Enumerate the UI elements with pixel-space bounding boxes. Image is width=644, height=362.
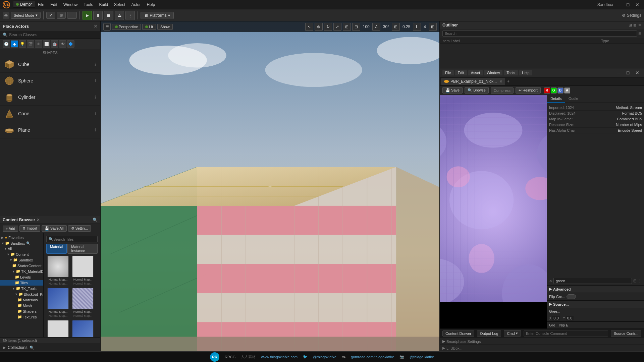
- tv-color-g[interactable]: G: [551, 87, 557, 94]
- broadphase-settings-bar[interactable]: ▶ Broadphase Settings: [440, 338, 644, 345]
- search-classes-input[interactable]: [9, 33, 98, 37]
- plane-info-icon[interactable]: ℹ: [95, 128, 96, 132]
- tv-filter-options-icon[interactable]: ⋮: [638, 279, 642, 283]
- outliner-icon2[interactable]: ⊠: [633, 23, 637, 27]
- tv-file-menu[interactable]: File: [442, 70, 454, 75]
- shape-item-plane[interactable]: Plane ℹ: [0, 122, 100, 138]
- tv-color-a[interactable]: A: [564, 87, 570, 94]
- tv-window-menu[interactable]: Window: [484, 70, 502, 75]
- collections-arrow[interactable]: ▶: [3, 345, 6, 350]
- menu-help[interactable]: Help: [144, 2, 158, 8]
- list-item[interactable]: Normal Map... Normal Map...: [46, 287, 70, 318]
- tree-tkmat[interactable]: ▼ 📁 TK_MaterialDen: [0, 268, 43, 274]
- tv-maximize-btn[interactable]: □: [624, 69, 632, 76]
- tv-advanced-section[interactable]: ▶ Advanced: [547, 286, 644, 293]
- cylinder-info-icon[interactable]: ℹ: [95, 95, 96, 100]
- tv-close-btn[interactable]: ✕: [633, 69, 641, 76]
- search-tiles-input[interactable]: [53, 237, 100, 241]
- transform-btn[interactable]: ⤢: [46, 12, 55, 19]
- vp-tool-move[interactable]: ⊕: [315, 23, 323, 31]
- sandbox-search-icon[interactable]: 🔍: [26, 241, 30, 245]
- place-actors-close[interactable]: ✕: [94, 23, 98, 29]
- shape-item-sphere[interactable]: Sphere ℹ: [0, 73, 100, 89]
- tree-materials[interactable]: 📁 Materials: [0, 297, 43, 303]
- shapes-btn active[interactable]: ◆: [11, 40, 18, 48]
- watermark-gumroad[interactable]: gumroad.com/thiagoklafke: [351, 355, 394, 359]
- viewport-menu-btn[interactable]: ☰: [103, 23, 111, 31]
- stop-btn[interactable]: ⏹: [104, 11, 113, 20]
- tv-compress-btn[interactable]: Compress: [491, 87, 514, 94]
- eject-btn[interactable]: ⏏: [115, 11, 124, 20]
- shape-item-cone[interactable]: Cone ℹ: [0, 106, 100, 122]
- collections-label[interactable]: Collections: [8, 345, 28, 350]
- tree-all[interactable]: ▼ All: [0, 246, 43, 251]
- tree-tiles[interactable]: 📁 Tiles: [0, 280, 43, 286]
- perspective-btn[interactable]: Perspective: [112, 24, 141, 30]
- cb-tab-material-instance[interactable]: Material Instance: [67, 244, 98, 254]
- tv-details-tab[interactable]: Details: [547, 95, 565, 103]
- minimize-btn[interactable]: ─: [614, 1, 623, 8]
- menu-window[interactable]: Window: [61, 2, 80, 8]
- sphere-info-icon[interactable]: ℹ: [95, 78, 96, 83]
- visual-btn[interactable]: 👁: [59, 40, 66, 48]
- tv-source-section[interactable]: ▶ Source...: [547, 301, 644, 308]
- tree-textures[interactable]: 📁 Textures: [0, 314, 43, 320]
- tree-content[interactable]: ▼ 📁 Content: [0, 251, 43, 257]
- tree-shaders[interactable]: 📁 Shaders: [0, 308, 43, 314]
- pause-btn[interactable]: ⏸: [93, 11, 103, 20]
- tree-starter[interactable]: 📁 StarterContent: [0, 263, 43, 268]
- maximize-btn[interactable]: □: [624, 1, 632, 8]
- watermark-twitter[interactable]: @thiagoklafke: [313, 355, 336, 359]
- shape-item-cylinder[interactable]: Cylinder ℹ: [0, 89, 100, 106]
- settings-btn[interactable]: ⚙ Settings: [622, 13, 641, 18]
- tv-help-menu[interactable]: Help: [519, 70, 532, 75]
- tv-tab-add[interactable]: +: [507, 79, 509, 84]
- tv-save-btn[interactable]: 💾 Save: [442, 87, 463, 94]
- cube-info-icon[interactable]: ℹ: [95, 62, 96, 67]
- cmd-dropdown[interactable]: Cmd ▾: [504, 330, 521, 337]
- tv-tab-close[interactable]: ✕: [499, 79, 502, 84]
- menu-select[interactable]: Select: [111, 2, 128, 8]
- tv-flip-toggle[interactable]: [567, 294, 576, 299]
- vp-tool-grid[interactable]: ⊟: [352, 23, 360, 31]
- play-btn[interactable]: ▶: [83, 11, 92, 20]
- source-control-btn[interactable]: Source Contr...: [611, 330, 641, 337]
- tv-minimize-btn[interactable]: ─: [614, 69, 623, 76]
- cb-close-icon[interactable]: ✕: [37, 218, 40, 222]
- outliner-search-input[interactable]: [442, 31, 637, 37]
- lights-btn[interactable]: 💡: [19, 40, 26, 48]
- tree-blockout[interactable]: ▼ 📁 Blockout_Kit: [0, 291, 43, 297]
- vp-tool-scale[interactable]: ⤢: [333, 23, 341, 31]
- tv-oodle-tab[interactable]: Oodle: [565, 95, 582, 103]
- tree-favorites[interactable]: ▶ ★ Favorites: [0, 235, 43, 240]
- list-item[interactable]: Normal Map... Normal Map...: [71, 319, 95, 337]
- menu-tools[interactable]: Tools: [81, 2, 96, 8]
- outliner-close[interactable]: ✕: [638, 23, 641, 27]
- tv-filter-x[interactable]: ✕: [549, 279, 552, 283]
- collections-search-icon[interactable]: 🔍: [30, 346, 34, 350]
- vp-tool-scale-btn[interactable]: ⊞: [392, 23, 400, 31]
- options-btn[interactable]: ⋮: [125, 11, 135, 20]
- outliner-icon1[interactable]: ⊞: [629, 23, 632, 27]
- cb-import-btn[interactable]: ⬆ Import: [19, 225, 40, 232]
- list-item[interactable]: Normal Map... Normal Map...: [46, 319, 70, 337]
- vp-tool-transform[interactable]: ⊞: [343, 23, 351, 31]
- tv-browse-btn[interactable]: 🔍 Browse: [465, 87, 489, 94]
- tv-filter-input[interactable]: [553, 278, 632, 284]
- geometry-btn[interactable]: 🔷: [67, 40, 74, 48]
- tree-sandbox-sub[interactable]: ▼ 📁 Sandbox: [0, 257, 43, 263]
- watermark-instagram[interactable]: @thiago.klafke: [410, 355, 434, 359]
- menu-edit[interactable]: Edit: [48, 2, 60, 8]
- vp-tool-select[interactable]: ↖: [305, 23, 313, 31]
- demo-tab[interactable]: Demo*: [13, 1, 35, 8]
- volumes-btn[interactable]: ⬜: [43, 40, 50, 48]
- watermark-website[interactable]: www.thiagoklafke.com: [261, 355, 298, 359]
- vp-tool-grid2[interactable]: ⊞: [429, 23, 437, 31]
- ai-btn[interactable]: 🤖: [51, 40, 58, 48]
- cb-add-btn[interactable]: + Add: [3, 226, 18, 232]
- broadphase-label2-bar[interactable]: ▶ LI BBox...: [440, 345, 644, 351]
- tv-texture-tab[interactable]: PBR_Example_01_Nick... ✕: [441, 78, 505, 85]
- cb-save-all-btn[interactable]: 💾 Save All: [42, 225, 67, 232]
- snap-btn[interactable]: ⊞: [57, 12, 66, 19]
- content-drawer-btn[interactable]: Content Drawer: [442, 330, 474, 337]
